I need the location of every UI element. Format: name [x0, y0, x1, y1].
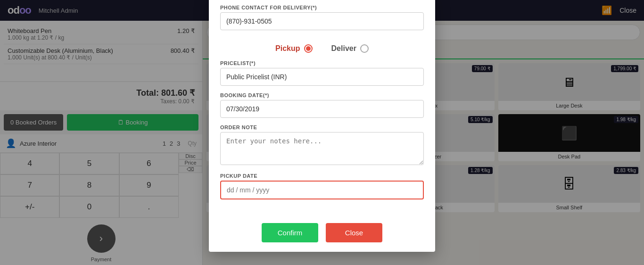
booking-modal: PHONE CONTACT FOR DELIVERY(*) Pickup Del… [209, 0, 435, 252]
pickup-date-label: PICKUP DATE [220, 173, 424, 179]
pickup-option[interactable]: Pickup [275, 44, 312, 53]
phone-input[interactable] [220, 12, 424, 30]
order-note-textarea[interactable] [220, 132, 424, 165]
pickup-date-field-group: PICKUP DATE [220, 173, 424, 199]
pricelist-label: PRICELIST(*) [220, 60, 424, 66]
pickup-date-input[interactable] [220, 181, 424, 199]
modal-footer: Confirm Close [209, 215, 435, 252]
deliver-label: Deliver [331, 44, 356, 53]
pricelist-field-group: PRICELIST(*) [220, 60, 424, 86]
deliver-option[interactable]: Deliver [331, 44, 369, 53]
phone-field-label: PHONE CONTACT FOR DELIVERY(*) [220, 5, 424, 10]
close-modal-button[interactable]: Close [326, 223, 382, 242]
pickup-radio[interactable] [304, 44, 313, 53]
radio-group: Pickup Deliver [220, 37, 424, 60]
booking-date-input[interactable] [220, 100, 424, 118]
pickup-label: Pickup [275, 44, 300, 53]
deliver-radio[interactable] [360, 44, 369, 53]
booking-date-field-group: BOOKING DATE(*) [220, 92, 424, 118]
modal-body: PHONE CONTACT FOR DELIVERY(*) Pickup Del… [209, 0, 435, 215]
pricelist-input[interactable] [220, 68, 424, 86]
confirm-button[interactable]: Confirm [262, 223, 318, 242]
order-note-label: ORDER NOTE [220, 124, 424, 130]
phone-field-group: PHONE CONTACT FOR DELIVERY(*) [220, 5, 424, 30]
modal-overlay: PHONE CONTACT FOR DELIVERY(*) Pickup Del… [0, 0, 644, 265]
booking-date-label: BOOKING DATE(*) [220, 92, 424, 98]
order-note-field-group: ORDER NOTE [220, 124, 424, 166]
